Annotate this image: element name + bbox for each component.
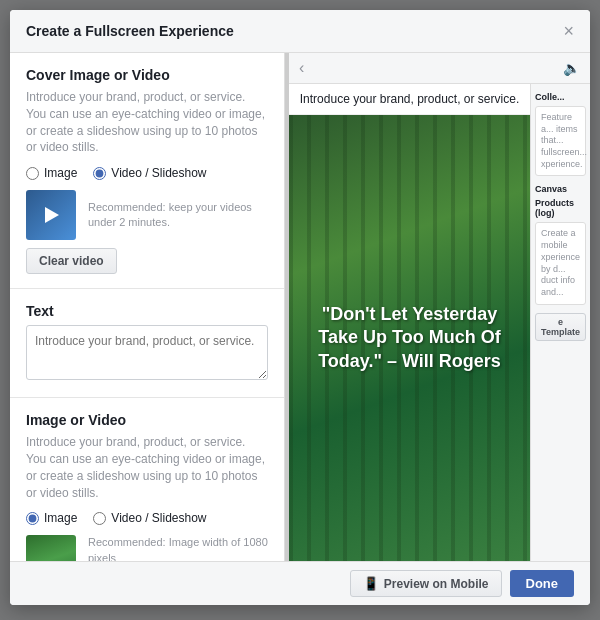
canvas-label: Canvas xyxy=(535,184,586,194)
phone-icon: 📱 xyxy=(363,576,379,591)
sound-icon[interactable]: 🔈 xyxy=(563,60,580,76)
preview-btn-label: Preview on Mobile xyxy=(384,577,489,591)
preview-content: Introduce your brand, product, or servic… xyxy=(289,84,590,561)
modal: Create a Fullscreen Experience × Cover I… xyxy=(10,10,590,605)
text-textarea[interactable] xyxy=(26,325,268,380)
left-arrow-icon[interactable]: ‹ xyxy=(299,59,304,77)
image-section: Image or Video Introduce your brand, pro… xyxy=(10,398,284,561)
image-section-title: Image or Video xyxy=(26,412,268,428)
image-radio-video-label[interactable]: Video / Slideshow xyxy=(93,511,206,525)
forest-background: "Don't Let Yesterday Take Up Too Much Of… xyxy=(289,115,530,561)
image-radio-image-label[interactable]: Image xyxy=(26,511,77,525)
preview-phone: Introduce your brand, product, or servic… xyxy=(289,84,530,561)
left-panel: Cover Image or Video Introduce your bran… xyxy=(10,53,285,561)
modal-title: Create a Fullscreen Experience xyxy=(26,23,234,39)
image-radio-image-input[interactable] xyxy=(26,512,39,525)
video-upload-area: Recommended: keep your videos under 2 mi… xyxy=(26,190,268,240)
clear-video-button[interactable]: Clear video xyxy=(26,248,117,274)
image-section-desc: Introduce your brand, product, or servic… xyxy=(26,434,268,501)
modal-footer: 📱 Preview on Mobile Done xyxy=(10,561,590,605)
preview-on-mobile-button[interactable]: 📱 Preview on Mobile xyxy=(350,570,502,597)
preview-tagline: Introduce your brand, product, or servic… xyxy=(289,84,530,115)
modal-overlay: Create a Fullscreen Experience × Cover I… xyxy=(0,0,600,620)
cover-section: Cover Image or Video Introduce your bran… xyxy=(10,53,284,289)
video-thumbnail xyxy=(26,190,76,240)
text-section: Text xyxy=(10,289,284,398)
image-upload-area: Recommended: Image width of 1080 pixels xyxy=(26,535,268,561)
collection-desc: Feature a... items that... fullscreen...… xyxy=(541,112,580,170)
products-desc: Create a mobile xperience by d... duct i… xyxy=(541,228,580,298)
modal-body: Cover Image or Video Introduce your bran… xyxy=(10,53,590,561)
radio-image-input[interactable] xyxy=(26,167,39,180)
cover-radio-group: Image Video / Slideshow xyxy=(26,166,268,180)
cover-section-desc: Introduce your brand, product, or servic… xyxy=(26,89,268,156)
preview-image-area: "Don't Let Yesterday Take Up Too Much Of… xyxy=(289,115,530,561)
right-sidebar-cards: Colle... Feature a... items that... full… xyxy=(530,84,590,561)
quote-text: "Don't Let Yesterday Take Up Too Much Of… xyxy=(289,293,530,383)
preview-nav: ‹ 🔈 xyxy=(289,53,590,84)
image-radio-group: Image Video / Slideshow xyxy=(26,511,268,525)
right-panel: ‹ 🔈 Introduce your brand, product, or se… xyxy=(289,53,590,561)
image-info: Recommended: Image width of 1080 pixels xyxy=(88,535,268,561)
video-info: Recommended: keep your videos under 2 mi… xyxy=(88,200,268,231)
modal-header: Create a Fullscreen Experience × xyxy=(10,10,590,53)
products-card: Create a mobile xperience by d... duct i… xyxy=(535,222,586,304)
image-thumb-inner xyxy=(26,535,76,561)
play-icon xyxy=(45,207,59,223)
template-button[interactable]: e Template xyxy=(535,313,586,341)
cover-section-title: Cover Image or Video xyxy=(26,67,268,83)
image-radio-video-input[interactable] xyxy=(93,512,106,525)
radio-video-input[interactable] xyxy=(93,167,106,180)
collection-card: Feature a... items that... fullscreen...… xyxy=(535,106,586,176)
radio-video-label[interactable]: Video / Slideshow xyxy=(93,166,206,180)
collection-label: Colle... xyxy=(535,92,586,102)
image-radio-image-text: Image xyxy=(44,511,77,525)
products-label: Products (log) xyxy=(535,198,586,218)
radio-image-text: Image xyxy=(44,166,77,180)
text-section-title: Text xyxy=(26,303,268,319)
radio-video-text: Video / Slideshow xyxy=(111,166,206,180)
close-icon[interactable]: × xyxy=(563,22,574,40)
radio-image-label[interactable]: Image xyxy=(26,166,77,180)
image-radio-video-text: Video / Slideshow xyxy=(111,511,206,525)
image-thumbnail xyxy=(26,535,76,561)
done-button[interactable]: Done xyxy=(510,570,575,597)
